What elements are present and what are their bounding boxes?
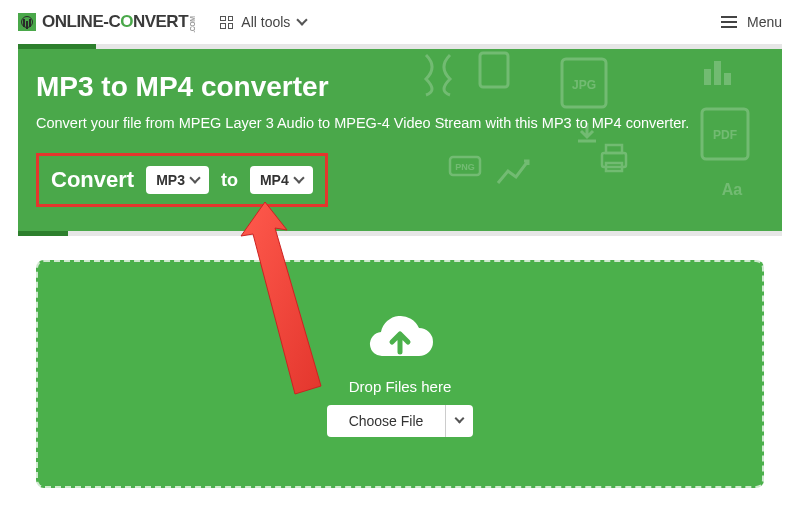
- svg-rect-8: [450, 157, 480, 175]
- png-badge-icon: PNG: [448, 149, 482, 183]
- svg-text:PNG: PNG: [455, 162, 475, 172]
- logo-icon: [18, 13, 36, 31]
- hamburger-icon: [721, 16, 737, 28]
- chevron-down-icon: [297, 14, 308, 25]
- page-subtitle: Convert your file from MPEG Layer 3 Audi…: [36, 115, 764, 131]
- all-tools-menu[interactable]: All tools: [220, 14, 306, 30]
- convert-bar: Convert MP3 to MP4: [36, 153, 328, 207]
- menu-label: Menu: [747, 14, 782, 30]
- svg-rect-11: [606, 145, 622, 153]
- grid-icon: [220, 16, 233, 29]
- to-format-select[interactable]: MP4: [250, 166, 313, 194]
- convert-label: Convert: [51, 167, 134, 193]
- hero-section: JPG PDF PNG Aa MP3 to MP4 converter Conv…: [18, 49, 782, 231]
- logo-text-mid: O: [120, 12, 133, 31]
- chevron-down-icon: [293, 172, 304, 183]
- chevron-down-icon: [189, 172, 200, 183]
- all-tools-label: All tools: [241, 14, 290, 30]
- cloud-upload-icon: [361, 312, 439, 368]
- svg-rect-10: [602, 153, 626, 167]
- svg-rect-12: [606, 163, 622, 171]
- choose-file-button[interactable]: Choose File: [327, 405, 446, 437]
- printer-icon: [596, 141, 632, 175]
- progress-bar-section: [18, 231, 782, 236]
- line-chart-icon: [494, 153, 536, 191]
- chevron-down-icon: [455, 414, 465, 424]
- page-title: MP3 to MP4 converter: [36, 71, 764, 103]
- from-format-value: MP3: [156, 172, 185, 188]
- logo-text-right: NVERT: [133, 12, 188, 31]
- pdf-file-icon: PDF: [696, 105, 754, 163]
- menu-button[interactable]: Menu: [721, 14, 782, 30]
- top-header: ONLINE-CONVERT.COM All tools Menu: [0, 0, 800, 44]
- choose-file-dropdown[interactable]: [445, 405, 473, 437]
- drop-area-wrapper: Drop Files here Choose File: [36, 260, 764, 488]
- choose-file-group: Choose File: [327, 405, 474, 437]
- header-left: ONLINE-CONVERT.COM All tools: [18, 12, 306, 32]
- logo-text-left: ONLINE-C: [42, 12, 120, 31]
- font-icon: Aa: [716, 173, 748, 205]
- drop-text: Drop Files here: [349, 378, 452, 395]
- logo-com: .COM: [189, 16, 196, 32]
- to-format-value: MP4: [260, 172, 289, 188]
- file-drop-zone[interactable]: Drop Files here Choose File: [36, 260, 764, 488]
- svg-text:Aa: Aa: [722, 181, 743, 198]
- to-label: to: [221, 170, 238, 191]
- from-format-select[interactable]: MP3: [146, 166, 209, 194]
- site-logo[interactable]: ONLINE-CONVERT.COM: [18, 12, 200, 32]
